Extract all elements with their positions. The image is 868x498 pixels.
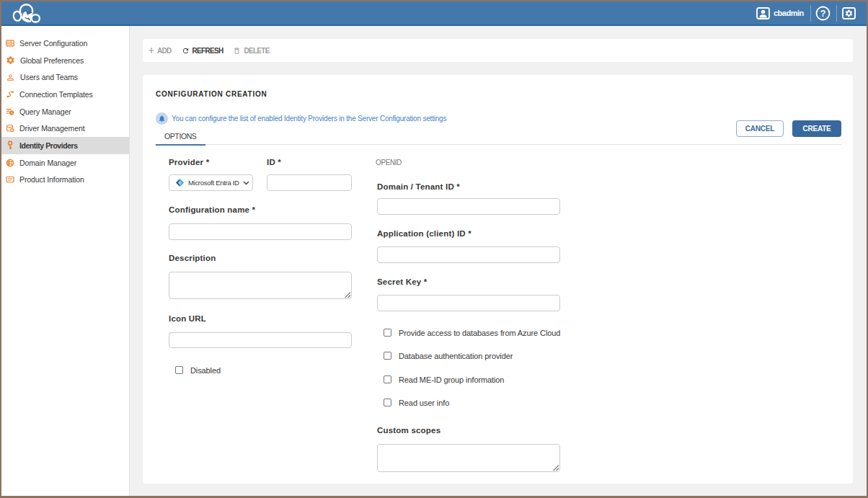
svg-text:?: ? xyxy=(820,9,826,19)
